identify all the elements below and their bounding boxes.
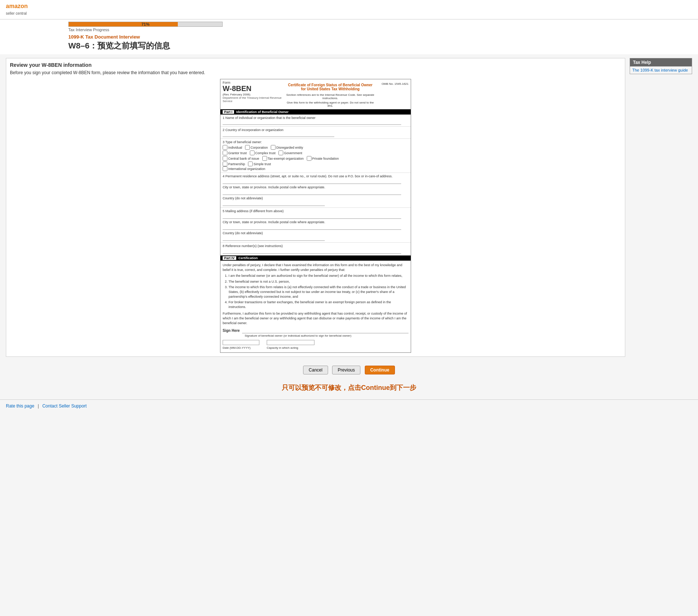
form-omb: OMB No. 1545-1621 [375, 82, 409, 86]
type-central[interactable]: Central bank of issue [223, 156, 259, 161]
part4-header: Part IV Certification [220, 256, 411, 261]
field5c-label: Country (do not abbreviate) [223, 231, 409, 235]
capacity-input[interactable] [267, 340, 314, 345]
cancel-button[interactable]: Cancel [303, 366, 328, 374]
cert-list: I am the beneficial owner (or am authori… [223, 273, 409, 309]
cb-private[interactable] [307, 156, 312, 161]
logo-text: amazon seller central [6, 3, 28, 16]
form-left-header: Form W-8BEN (Rev. February 2006) Departm… [223, 81, 285, 108]
cb-disregarded[interactable] [271, 145, 276, 150]
certification-section: Under penalties of perjury, I declare th… [220, 261, 411, 352]
main-layout: Review your W-8BEN information Before yo… [0, 54, 698, 360]
sign-here-row: Sign Here [223, 328, 409, 333]
progress-area: 71% Tax Interview Progress [0, 19, 698, 33]
cert-item1: I am the beneficial owner (or am authori… [229, 273, 409, 278]
field4c-input[interactable] [223, 201, 325, 206]
field5-input[interactable] [223, 214, 401, 219]
continue-button[interactable]: Continue [365, 366, 395, 374]
content-panel: Review your W-8BEN information Before yo… [6, 58, 625, 357]
page-title-area: 1099-K Tax Document Interview W8–6：预览之前填… [0, 33, 698, 54]
progress-percent: 71% [141, 22, 150, 26]
cb-individual[interactable] [223, 145, 227, 150]
type-intl[interactable]: International organization [223, 166, 409, 171]
cb-simple[interactable] [248, 162, 253, 166]
header: amazon seller central [0, 0, 698, 19]
progress-bar-fill [69, 22, 178, 26]
cb-complex[interactable] [250, 151, 255, 155]
cb-partnership[interactable] [223, 162, 227, 166]
type-complex[interactable]: Complex trust [250, 151, 276, 155]
progress-bar-container: 71% [68, 22, 223, 27]
sign-input[interactable] [242, 328, 409, 333]
field1-label: 1 Name of individual or organization tha… [223, 116, 409, 120]
field3-types-row4: Partnership Simple trust [223, 162, 409, 166]
cb-intl[interactable] [223, 166, 227, 171]
cb-taxexempt[interactable] [262, 156, 267, 161]
form-name-label: Form [223, 81, 285, 84]
footer: Rate this page | Contact Seller Support [0, 399, 698, 412]
type-simple[interactable]: Simple trust [248, 162, 271, 166]
field2-section: 2 Country of incorporation or organizati… [220, 127, 411, 139]
date-input[interactable] [223, 340, 259, 345]
form-give-to: Give this form to the withholding agent … [285, 101, 375, 108]
type-government[interactable]: Government [278, 151, 302, 155]
type-private[interactable]: Private foundation [307, 156, 339, 161]
part1-header: Part I Identification of Beneficial Owne… [220, 109, 411, 115]
capacity-label: Capacity in which acting [267, 346, 314, 350]
field3-section: 3 Type of beneficial owner: Individual C… [220, 139, 411, 173]
main-title: 1099-K Tax Document Interview [68, 34, 692, 40]
field5c-input[interactable] [223, 236, 325, 241]
sidebar: Tax Help The 1099-K tax interview guide [630, 58, 692, 357]
cb-corporation[interactable] [245, 145, 250, 150]
type-taxexempt[interactable]: Tax-exempt organization [262, 156, 304, 161]
type-corporation[interactable]: Corporation [245, 145, 268, 150]
form-title: W-8BEN [223, 84, 285, 93]
type-partnership[interactable]: Partnership [223, 162, 245, 166]
tax-help-link[interactable]: The 1099-K tax interview guide [632, 68, 690, 72]
field4b-input[interactable] [223, 190, 401, 195]
form-section-ref: Section references are to the Internal R… [285, 93, 375, 100]
cb-central[interactable] [223, 156, 227, 161]
field8-input[interactable] [223, 249, 401, 254]
field5b-label: City or town, state or province. Include… [223, 220, 409, 224]
date-label: Date (MM-DD-YYYY) [223, 346, 259, 350]
field5b-input[interactable] [223, 225, 401, 230]
cert-item2: The beneficial owner is not a U.S. perso… [229, 279, 409, 284]
review-subtext: Before you sign your completed W-8BEN fo… [10, 70, 621, 75]
form-cert-title: Certificate of Foreign Status of Benefic… [285, 83, 375, 87]
form-dept: Department of the Treasury Internal Reve… [223, 96, 285, 103]
cb-government[interactable] [278, 151, 283, 155]
type-individual[interactable]: Individual [223, 145, 242, 150]
type-disregarded[interactable]: Disregarded entity [271, 145, 303, 150]
previous-button[interactable]: Previous [332, 366, 360, 374]
contact-support-link[interactable]: Contact Seller Support [42, 403, 87, 409]
field4b-label: City or town, state or province. Include… [223, 185, 409, 189]
field1-input[interactable] [223, 120, 401, 125]
page-subtitle: W8–6：预览之前填写的信息 [68, 40, 692, 51]
cb-grantor[interactable] [223, 151, 227, 155]
field8-section: 8 Reference number(s) (see instructions) [220, 243, 411, 256]
field3-types-row3: Central bank of issue Tax-exempt organiz… [223, 156, 409, 161]
field8-label: 8 Reference number(s) (see instructions) [223, 244, 409, 248]
notice-text: 只可以预览不可修改，点击Continue到下一步 [0, 380, 698, 396]
part4-title: Certification [238, 256, 258, 260]
field4-label: 4 Permanent residence address (street, a… [223, 174, 409, 178]
form-cert-subtitle: for United States Tax Withholding [285, 87, 375, 91]
form-right-header: OMB No. 1545-1621 [375, 81, 409, 108]
field3-types-row2: Grantor trust Complex trust Government [223, 151, 409, 155]
field4-input[interactable] [223, 179, 401, 184]
field2-label: 2 Country of incorporation or organizati… [223, 128, 409, 132]
type-grantor[interactable]: Grantor trust [223, 151, 247, 155]
rate-page-link[interactable]: Rate this page [6, 403, 34, 409]
field3-types-row1: Individual Corporation Disregarded entit… [223, 145, 409, 150]
capacity-field: Capacity in which acting [267, 340, 314, 350]
sign-here-sub: Signature of beneficial owner (or indivi… [245, 334, 409, 338]
button-row: Cancel Previous Continue [0, 360, 698, 380]
field4c-label: Country (do not abbreviate) [223, 196, 409, 200]
field2-input[interactable] [223, 132, 334, 137]
cert-item4: For broker transactions or barter exchan… [229, 300, 409, 309]
field1-section: 1 Name of individual or organization tha… [220, 115, 411, 127]
part1-label: Part I [223, 110, 234, 114]
field4-section: 4 Permanent residence address (street, a… [220, 173, 411, 208]
cert-text: Under penalties of perjury, I declare th… [223, 263, 409, 272]
